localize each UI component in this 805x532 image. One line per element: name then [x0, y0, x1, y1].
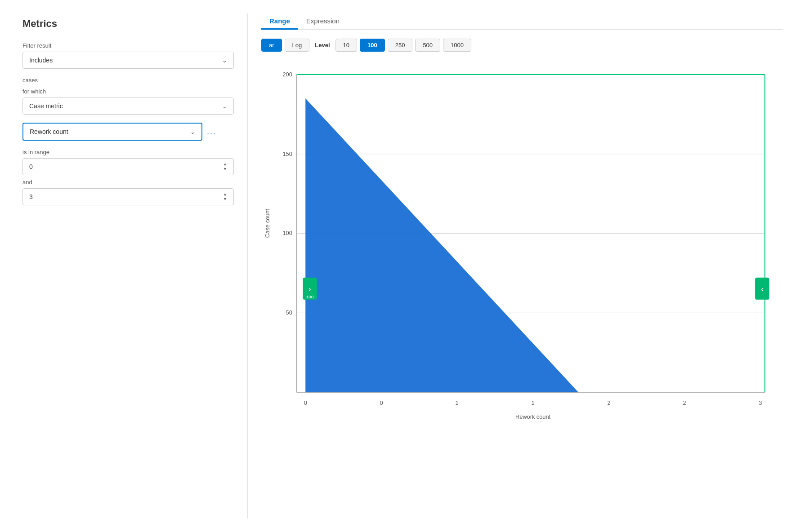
case-metric-select[interactable]: Case metric ⌄	[22, 98, 234, 115]
filter-result-select[interactable]: Includes ⌄	[22, 52, 234, 69]
range-min-input[interactable]: 0 ▲ ▼	[22, 158, 234, 175]
cases-text: cases	[22, 77, 234, 84]
y-tick-200: 200	[282, 71, 292, 78]
range-max-down-icon[interactable]: ▼	[223, 197, 227, 201]
tab-expression[interactable]: Expression	[298, 13, 348, 30]
x-tick-0a: 0	[304, 399, 307, 406]
y-tick-50: 50	[286, 309, 292, 316]
case-metric-value: Case metric	[29, 102, 63, 110]
right-panel: Range Expression ar Log Level 10 100 250…	[248, 9, 796, 523]
x-tick-1a: 1	[456, 399, 459, 406]
filter-result-chevron-icon: ⌄	[222, 57, 227, 64]
ar-button[interactable]: ar	[261, 39, 282, 52]
x-tick-2a: 2	[607, 399, 610, 406]
range-min-up-icon[interactable]: ▲	[223, 162, 227, 166]
y-tick-100: 100	[282, 230, 292, 236]
rework-count-select[interactable]: Rework count ⌄	[22, 123, 202, 141]
x-tick-2b: 2	[683, 399, 686, 406]
range-min-down-icon[interactable]: ▼	[223, 167, 227, 171]
level-500-button[interactable]: 500	[415, 39, 440, 52]
controls-row: ar Log Level 10 100 250 500 1000	[261, 39, 783, 52]
rework-count-chevron-icon: ⌄	[190, 129, 195, 135]
range-max-input[interactable]: 3 ▲ ▼	[22, 188, 234, 205]
level-10-button[interactable]: 10	[335, 39, 357, 52]
level-100-button[interactable]: 100	[360, 39, 385, 52]
rework-count-value: Rework count	[30, 128, 68, 135]
left-panel: Metrics Filter result Includes ⌄ cases f…	[9, 9, 247, 523]
tab-range[interactable]: Range	[261, 13, 298, 30]
range-min-value: 0	[29, 163, 33, 170]
tabs-row: Range Expression	[261, 13, 783, 30]
for-which-label: for which	[22, 88, 234, 95]
chart-wrapper: 200 150 100 50 0 0 1 1 2 2 3 Case count …	[261, 62, 783, 431]
range-max-up-icon[interactable]: ▲	[223, 192, 227, 196]
left-slider-arrow-icon: ›	[309, 286, 311, 293]
left-slider-value: 100	[306, 294, 314, 299]
more-options-button[interactable]: ...	[207, 127, 216, 137]
panel-title: Metrics	[22, 18, 234, 30]
and-label: and	[22, 179, 234, 186]
x-tick-3: 3	[759, 399, 762, 406]
range-max-value: 3	[29, 193, 33, 200]
log-button[interactable]: Log	[285, 39, 310, 52]
level-label: Level	[315, 42, 330, 49]
filter-result-value: Includes	[29, 57, 53, 64]
right-slider-arrow-icon: ‹	[761, 286, 764, 293]
case-metric-chevron-icon: ⌄	[222, 103, 227, 110]
range-min-spinner[interactable]: ▲ ▼	[223, 162, 227, 171]
y-tick-150: 150	[282, 151, 292, 157]
x-axis-label: Rework count	[515, 413, 550, 420]
metric-row: Rework count ⌄ ...	[22, 123, 234, 141]
range-max-spinner[interactable]: ▲ ▼	[223, 192, 227, 201]
level-250-button[interactable]: 250	[388, 39, 413, 52]
is-in-range-label: is in range	[22, 149, 234, 155]
x-tick-1b: 1	[532, 399, 535, 406]
chart-svg: 200 150 100 50 0 0 1 1 2 2 3 Case count …	[261, 62, 783, 431]
level-1000-button[interactable]: 1000	[443, 39, 471, 52]
x-tick-0b: 0	[380, 399, 383, 406]
y-axis-label: Case count	[264, 208, 271, 238]
filter-result-label: Filter result	[22, 42, 234, 49]
